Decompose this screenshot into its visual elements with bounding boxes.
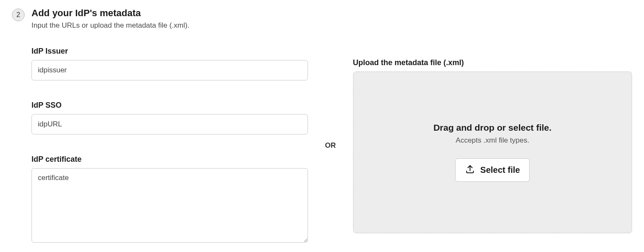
select-file-label: Select file (480, 165, 520, 175)
idp-issuer-input[interactable] (31, 60, 308, 80)
or-divider: OR (325, 141, 336, 150)
upload-label: Upload the metadata file (.xml) (353, 58, 633, 67)
idp-sso-input[interactable] (31, 114, 308, 135)
upload-column: Upload the metadata file (.xml) Drag and… (353, 58, 633, 233)
idp-sso-label: IdP SSO (31, 101, 308, 110)
file-dropzone[interactable]: Drag and drop or select file. Accepts .x… (353, 72, 633, 233)
select-file-button[interactable]: Select file (455, 158, 530, 182)
dropzone-title: Drag and drop or select file. (433, 123, 552, 133)
idp-certificate-input[interactable] (31, 168, 308, 243)
idp-certificate-label: IdP certificate (31, 155, 308, 164)
step-title: Add your IdP's metadata (31, 8, 189, 19)
step-description: Input the URLs or upload the metadata fi… (31, 21, 189, 30)
upload-icon (465, 164, 475, 176)
step-number-badge: 2 (12, 9, 25, 21)
idp-issuer-label: IdP Issuer (31, 47, 308, 56)
step-number: 2 (17, 11, 20, 19)
dropzone-description: Accepts .xml file types. (456, 136, 529, 145)
manual-entry-column: IdP Issuer IdP SSO IdP certificate (31, 47, 308, 244)
